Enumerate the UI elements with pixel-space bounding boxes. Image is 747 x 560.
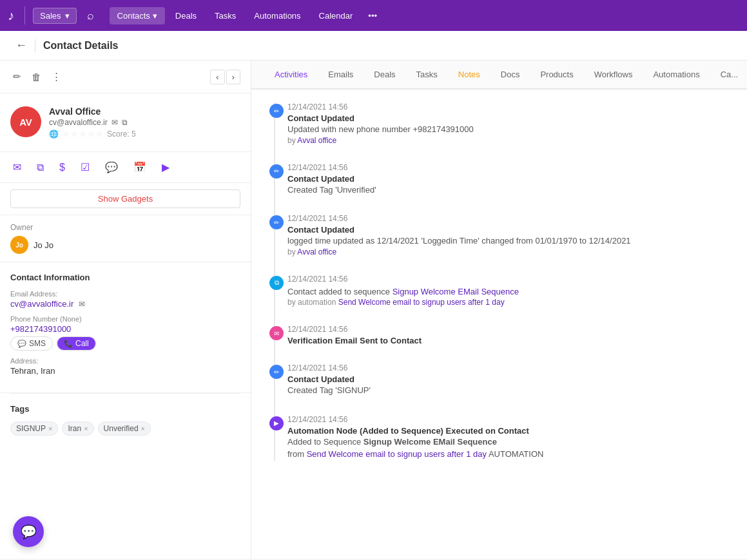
tab-workflows[interactable]: Workflows <box>584 61 643 90</box>
star-3[interactable]: ☆ <box>79 130 86 139</box>
address-value: Tehran, Iran <box>10 366 240 376</box>
sms-button[interactable]: 💬 SMS <box>10 336 53 351</box>
nav-contacts[interactable]: Contacts ▾ <box>110 7 165 24</box>
avatar: AV <box>10 106 41 137</box>
activity-dot-7: ▶ <box>269 416 284 430</box>
nav-automations[interactable]: Automations <box>246 7 308 24</box>
tag-unverified-label: Unverified <box>104 424 139 433</box>
email-value[interactable]: cv@avvaloffice.ir <box>10 299 73 309</box>
activity-text-1: Updated with new phone number +982174391… <box>287 123 734 136</box>
activity-text-7: Added to Sequence Signup Welcome EMail S… <box>287 436 734 449</box>
deal-action-icon[interactable]: $ <box>57 159 68 176</box>
sidebar-toolbar: ✏ 🗑 ⋮ ‹ › <box>0 61 251 93</box>
show-gadgets-button[interactable]: Show Gadgets <box>10 189 240 208</box>
email-action-icon[interactable]: ✉ <box>10 159 24 176</box>
activity-by-3: by Avval office <box>287 247 734 256</box>
tab-activities[interactable]: Activities <box>264 61 318 90</box>
nav-deals[interactable]: Deals <box>168 7 204 24</box>
activity-timestamp-5: 12/14/2021 14:56 <box>287 325 734 334</box>
back-button[interactable]: ← <box>15 39 27 52</box>
app-logo-icon: ♪ <box>8 8 14 23</box>
tag-unverified: Unverified × <box>98 421 151 436</box>
tag-iran-remove[interactable]: × <box>84 425 88 432</box>
star-2[interactable]: ☆ <box>71 130 78 139</box>
contact-basic-info: Avval Office cv@avvaloffice.ir ✉ ⧉ 🌐 ☆ ☆… <box>49 106 240 139</box>
activity-timestamp-7: 12/14/2021 14:56 <box>287 415 734 424</box>
nav-tasks[interactable]: Tasks <box>207 7 244 24</box>
tag-iran: Iran × <box>62 421 93 436</box>
sms-call-row: 💬 SMS 📞 Call <box>10 336 240 351</box>
phone-icon: 📞 <box>64 340 73 348</box>
owner-label: Owner <box>10 223 240 232</box>
star-4[interactable]: ☆ <box>88 130 95 139</box>
prev-contact-button[interactable]: ‹ <box>210 70 224 84</box>
activity-link-1[interactable]: Avval office <box>297 136 336 145</box>
activity-text-7b: from Send Welcome email to signup users … <box>287 448 734 461</box>
tab-deals[interactable]: Deals <box>364 61 405 90</box>
more-options-icon[interactable]: ⋮ <box>49 68 64 85</box>
email-label: Email Address: <box>10 290 240 298</box>
nav-calendar[interactable]: Calendar <box>311 7 361 24</box>
app-name: Sales <box>40 11 61 21</box>
next-contact-button[interactable]: › <box>226 70 240 84</box>
breadcrumb-divider <box>35 39 35 52</box>
tab-products[interactable]: Products <box>530 61 583 90</box>
star-5[interactable]: ☆ <box>96 130 103 139</box>
phone-value[interactable]: +982174391000 <box>10 324 240 334</box>
tag-iran-label: Iran <box>68 424 81 433</box>
chevron-down-icon: ▾ <box>153 11 157 21</box>
rating-stars[interactable]: ☆ ☆ ☆ ☆ ☆ <box>63 130 103 139</box>
tag-signup-remove[interactable]: × <box>48 425 52 432</box>
tags-section: Tags SIGNUP × Iran × Unverified × <box>0 394 251 446</box>
copy-icon[interactable]: ⧉ <box>122 118 128 127</box>
tab-docs[interactable]: Docs <box>490 61 530 90</box>
activity-dot-3: ✏ <box>269 215 284 229</box>
activity-item-6: ✏ 12/14/2021 14:56 Contact Updated Creat… <box>287 363 734 397</box>
delete-icon[interactable]: 🗑 <box>29 69 44 85</box>
activity-item-2: ✏ 12/14/2021 14:56 Contact Updated Creat… <box>287 163 734 197</box>
call-button[interactable]: 📞 Call <box>57 336 96 351</box>
app-selector[interactable]: Sales ▾ <box>33 8 77 24</box>
note-action-icon[interactable]: 💬 <box>102 159 121 176</box>
tab-notes[interactable]: Notes <box>448 61 490 90</box>
automation-link-4[interactable]: Send Welcome email to signup users after… <box>338 298 505 307</box>
activity-by-1: by Avval office <box>287 136 734 145</box>
contact-email: cv@avvaloffice.ir <box>49 118 108 127</box>
send-action-icon[interactable]: ▶ <box>159 159 172 176</box>
tab-calls[interactable]: Ca... <box>710 61 747 90</box>
sms-icon: 💬 <box>17 340 26 348</box>
owner-name: Jo Jo <box>34 240 53 250</box>
activity-link-3[interactable]: Avval office <box>297 247 336 256</box>
contact-information-section: Contact Information Email Address: cv@av… <box>0 262 251 393</box>
email-icon: ✉ <box>79 300 85 309</box>
sequence-link-4[interactable]: Signup Welcome EMail Sequence <box>393 287 519 296</box>
calendar-action-icon[interactable]: 📅 <box>131 159 149 176</box>
nav-more[interactable]: ••• <box>363 7 382 24</box>
copy-action-icon[interactable]: ⧉ <box>34 159 46 176</box>
activity-text-4: Contact added to sequence Signup Welcome… <box>287 285 734 298</box>
activity-timestamp-6: 12/14/2021 14:56 <box>287 363 734 372</box>
email-value-row: cv@avvaloffice.ir ✉ <box>10 299 240 309</box>
contact-information-title: Contact Information <box>10 273 240 282</box>
task-action-icon[interactable]: ☑ <box>78 159 92 176</box>
mail-icon[interactable]: ✉ <box>112 118 118 127</box>
activity-by-4: by automation Send Welcome email to sign… <box>287 298 734 307</box>
contact-score-row: 🌐 ☆ ☆ ☆ ☆ ☆ Score: 5 <box>49 130 240 139</box>
star-1[interactable]: ☆ <box>63 130 70 139</box>
activity-title-7: Automation Node (Added to Sequence) Exec… <box>287 426 734 436</box>
tab-emails[interactable]: Emails <box>318 61 364 90</box>
activity-text-2: Created Tag 'Unverified' <box>287 184 734 197</box>
chevron-down-icon: ▾ <box>65 11 70 21</box>
tab-tasks[interactable]: Tasks <box>406 61 448 90</box>
tab-automations[interactable]: Automations <box>643 61 710 90</box>
automation-link-7[interactable]: Send Welcome email to signup users after… <box>307 449 487 459</box>
chat-float-button[interactable]: 💬 <box>13 516 44 547</box>
edit-icon[interactable]: ✏ <box>10 68 24 85</box>
activity-feed: ✏ 12/14/2021 14:56 Contact Updated Updat… <box>251 90 747 559</box>
owner-section: Owner Jo Jo Jo <box>0 215 251 262</box>
search-button[interactable]: ⌕ <box>82 6 99 25</box>
page-title: Contact Details <box>43 40 118 52</box>
tag-unverified-remove[interactable]: × <box>141 425 145 432</box>
activity-item: ✏ 12/14/2021 14:56 Contact Updated Updat… <box>287 102 734 145</box>
activity-title-3: Contact Updated <box>287 225 734 235</box>
